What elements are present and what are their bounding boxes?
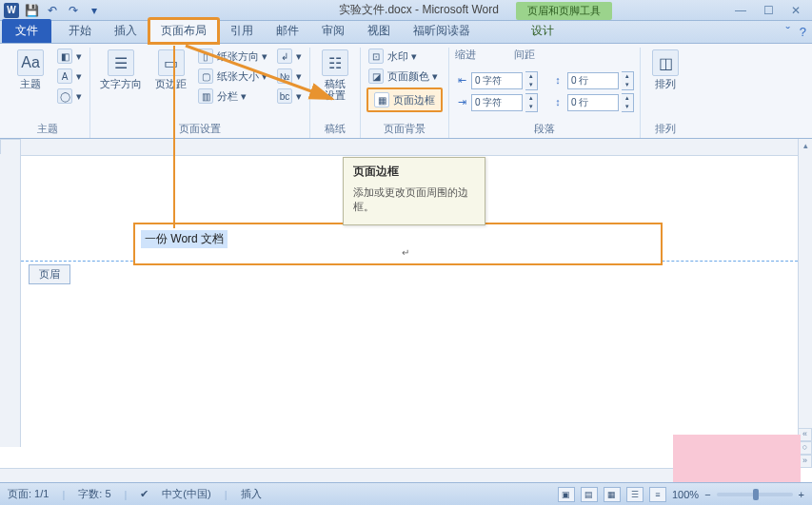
vertical-ruler[interactable] — [0, 154, 21, 447]
margins-icon: ▭ — [158, 49, 185, 76]
indent-left-spinner[interactable]: ▴▾ — [525, 71, 538, 90]
status-words[interactable]: 字数: 5 — [78, 487, 110, 501]
group-theme: Aa 主题 ◧▾ A▾ ◯▾ 主题 — [6, 48, 90, 138]
vertical-scrollbar[interactable]: ▴▾ — [798, 139, 812, 448]
space-after-spinner[interactable]: ▴▾ — [622, 93, 634, 112]
tooltip-title: 页面边框 — [353, 164, 475, 180]
group-label-manuscript: 稿纸 — [316, 120, 354, 138]
tab-references[interactable]: 引用 — [219, 19, 265, 43]
group-arrange: ◫ 排列 排列 — [641, 48, 690, 138]
tooltip-body: 添加或更改页面周围的边框。 — [353, 185, 475, 215]
group-label-paragraph: 段落 — [455, 120, 634, 138]
columns-button[interactable]: ▥分栏 ▾ — [196, 87, 269, 105]
orientation-icon: ▯ — [198, 49, 213, 64]
page-borders-button[interactable]: ▦页面边框 — [366, 87, 443, 112]
indent-left-icon: ⇤ — [455, 74, 468, 87]
hyphenation-button[interactable]: bc▾ — [275, 87, 304, 105]
view-web-button[interactable]: ▦ — [604, 487, 621, 502]
indent-right-row: ⇥ 0 字符 ▴▾ — [455, 93, 538, 112]
paper-size-button[interactable]: ▢纸张大小 ▾ — [196, 68, 269, 85]
group-page-background: ⊡水印 ▾ ◪页面颜色 ▾ ▦页面边框 页面背景 — [361, 48, 449, 138]
group-manuscript: ☷ 稿纸 设置 稿纸 — [310, 48, 361, 138]
view-print-layout-button[interactable]: ▣ — [558, 487, 575, 502]
breaks-icon: ↲ — [277, 49, 292, 64]
size-icon: ▢ — [198, 68, 213, 84]
help-button[interactable]: ? — [800, 25, 806, 39]
tab-insert[interactable]: 插入 — [103, 19, 149, 43]
redo-button[interactable]: ↷ — [65, 2, 82, 19]
minimize-ribbon-button[interactable]: ˇ — [785, 25, 789, 39]
group-label-page-setup: 页面设置 — [96, 120, 304, 138]
indent-left-input[interactable]: 0 字符 — [471, 72, 523, 89]
status-bar: 页面: 1/1| 字数: 5| ✔ 中文(中国)| 插入 ▣ ▤ ▦ ☰ ≡ 1… — [0, 482, 812, 505]
themes-button[interactable]: Aa 主题 — [11, 48, 50, 91]
save-button[interactable]: 💾 — [23, 2, 40, 19]
file-tab[interactable]: 文件 — [2, 19, 51, 43]
text-direction-icon: ☰ — [108, 49, 134, 76]
header-text[interactable]: 一份 Word 文档 — [141, 230, 228, 248]
line-numbers-icon: № — [277, 68, 292, 84]
status-page[interactable]: 页面: 1/1 — [8, 487, 49, 501]
page-color-button[interactable]: ◪页面颜色 ▾ — [366, 68, 443, 85]
zoom-slider[interactable] — [717, 493, 793, 496]
theme-fonts-button[interactable]: A▾ — [55, 68, 84, 85]
indent-right-spinner[interactable]: ▴▾ — [525, 93, 538, 112]
space-before-row: ↕ 0 行 ▴▾ — [551, 71, 634, 90]
text-direction-button[interactable]: ☰ 文字方向 — [96, 48, 146, 91]
view-draft-button[interactable]: ≡ — [649, 487, 666, 502]
tab-foxit[interactable]: 福昕阅读器 — [402, 19, 482, 43]
space-before-input[interactable]: 0 行 — [567, 72, 619, 89]
ribbon-tabs: 文件 开始 插入 页面布局 引用 邮件 审阅 视图 福昕阅读器 设计 ˇ ? — [0, 21, 812, 44]
arrange-icon: ◫ — [652, 49, 679, 76]
arrange-button[interactable]: ◫ 排列 — [646, 48, 684, 91]
line-numbers-button[interactable]: №▾ — [275, 68, 304, 85]
close-button[interactable]: ✕ — [791, 4, 801, 17]
quick-access-toolbar: W 💾 ↶ ↷ ▾ — [4, 2, 103, 19]
page-border-icon: ▦ — [374, 92, 389, 107]
themes-icon: Aa — [17, 49, 44, 76]
breaks-button[interactable]: ↲▾ — [275, 48, 304, 65]
zoom-in-button[interactable]: + — [799, 489, 804, 500]
orientation-button[interactable]: ▯纸张方向 ▾ — [196, 48, 269, 65]
group-page-setup: ☰ 文字方向 ▭ 页边距 ▯纸张方向 ▾ ▢纸张大小 ▾ ▥分栏 ▾ ↲▾ №▾… — [90, 48, 310, 138]
contextual-tab-title: 页眉和页脚工具 — [516, 2, 612, 20]
undo-button[interactable]: ↶ — [44, 2, 61, 19]
tab-review[interactable]: 审阅 — [310, 19, 356, 43]
zoom-level[interactable]: 100% — [672, 489, 699, 500]
paragraph-mark-icon: ↵ — [402, 247, 409, 258]
columns-icon: ▥ — [198, 88, 213, 104]
tab-page-layout[interactable]: 页面布局 — [149, 18, 219, 44]
theme-effects-button[interactable]: ◯▾ — [55, 87, 84, 105]
colors-icon: ◧ — [57, 49, 72, 64]
window-title: 实验文件.docx - Microsoft Word — [103, 2, 735, 18]
group-label-arrange: 排列 — [646, 120, 684, 138]
horizontal-ruler[interactable] — [21, 139, 798, 156]
tab-design-contextual[interactable]: 设计 — [520, 19, 565, 43]
ribbon-body: Aa 主题 ◧▾ A▾ ◯▾ 主题 ☰ 文字方向 ▭ 页边距 ▯纸张方向 ▾ ▢… — [0, 44, 812, 139]
watermark-button[interactable]: ⊡水印 ▾ — [366, 48, 443, 65]
margins-button[interactable]: ▭ 页边距 — [151, 48, 190, 91]
view-fullscreen-button[interactable]: ▤ — [581, 487, 598, 502]
qat-customize-button[interactable]: ▾ — [86, 2, 103, 19]
space-after-row: ↕ 0 行 ▴▾ — [551, 93, 634, 112]
status-language[interactable]: 中文(中国) — [162, 487, 210, 501]
spellcheck-icon[interactable]: ✔ — [140, 488, 149, 500]
tab-mailings[interactable]: 邮件 — [265, 19, 310, 43]
header-edit-region[interactable]: 一份 Word 文档 ↵ — [133, 223, 663, 265]
theme-colors-button[interactable]: ◧▾ — [55, 48, 84, 65]
zoom-out-button[interactable]: − — [704, 489, 710, 500]
space-before-spinner[interactable]: ▴▾ — [622, 71, 634, 90]
minimize-button[interactable]: — — [735, 4, 746, 17]
zoom-slider-thumb[interactable] — [753, 489, 759, 500]
status-insert-mode[interactable]: 插入 — [241, 487, 262, 501]
space-after-input[interactable]: 0 行 — [567, 94, 619, 111]
manuscript-settings-button[interactable]: ☷ 稿纸 设置 — [316, 48, 354, 103]
tab-view[interactable]: 视图 — [356, 19, 402, 43]
maximize-button[interactable]: ☐ — [763, 4, 774, 17]
ribbon-help-icons: ˇ ? — [785, 25, 806, 39]
tab-home[interactable]: 开始 — [57, 19, 103, 43]
space-before-icon: ↕ — [551, 74, 564, 87]
view-outline-button[interactable]: ☰ — [626, 487, 644, 502]
scroll-up-icon[interactable]: ▴ — [803, 141, 808, 150]
indent-right-input[interactable]: 0 字符 — [471, 94, 523, 111]
